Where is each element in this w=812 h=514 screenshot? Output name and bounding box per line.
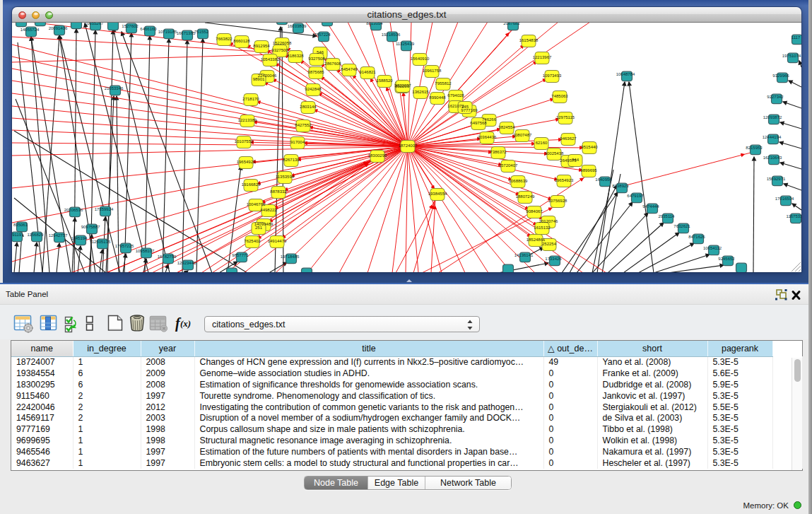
svg-text:10543382: 10543382 xyxy=(261,57,280,62)
svg-text:2087682: 2087682 xyxy=(503,23,520,25)
svg-text:10654112: 10654112 xyxy=(703,246,722,250)
svg-text:8186328: 8186328 xyxy=(287,54,304,58)
svg-text:12505135: 12505135 xyxy=(92,240,111,244)
svg-text:10973493: 10973493 xyxy=(543,74,562,78)
svg-text:1117: 1117 xyxy=(792,35,801,40)
svg-text:(x): (x) xyxy=(180,318,191,329)
svg-text:20206536: 20206536 xyxy=(64,208,83,212)
svg-text:9146821: 9146821 xyxy=(359,70,376,74)
svg-text:4498222: 4498222 xyxy=(260,208,277,212)
svg-text:8990448: 8990448 xyxy=(429,95,446,100)
svg-text:9515440: 9515440 xyxy=(581,145,598,149)
svg-text:9899695: 9899695 xyxy=(580,168,597,173)
svg-text:844: 844 xyxy=(572,158,579,162)
svg-text:90975887: 90975887 xyxy=(81,225,100,229)
svg-text:2935114: 2935114 xyxy=(659,214,676,218)
svg-text:10688639: 10688639 xyxy=(509,179,528,183)
svg-text:1145194: 1145194 xyxy=(71,236,88,240)
svg-text:8912954: 8912954 xyxy=(253,44,270,48)
svg-text:20120746: 20120746 xyxy=(539,219,558,223)
svg-text:10807487: 10807487 xyxy=(513,133,532,137)
svg-text:1588520: 1588520 xyxy=(376,78,393,83)
svg-text:10025438: 10025438 xyxy=(545,151,564,156)
svg-text:2803144: 2803144 xyxy=(300,105,317,109)
svg-text:9245652: 9245652 xyxy=(718,257,735,261)
svg-text:15692971: 15692971 xyxy=(767,177,786,181)
svg-text:10756928: 10756928 xyxy=(548,199,567,203)
svg-text:10655267: 10655267 xyxy=(85,23,104,25)
svg-text:7857224: 7857224 xyxy=(314,33,331,37)
svg-text:18300295: 18300295 xyxy=(368,153,387,158)
svg-text:245: 245 xyxy=(461,105,469,109)
svg-text:16782759: 16782759 xyxy=(158,255,177,259)
svg-text:12213389: 12213389 xyxy=(238,118,257,122)
svg-text:18807249: 18807249 xyxy=(516,194,535,199)
svg-text:10107552: 10107552 xyxy=(235,139,254,144)
svg-text:6479197: 6479197 xyxy=(627,194,644,198)
svg-text:8878332: 8878332 xyxy=(270,189,287,194)
svg-text:9242848: 9242848 xyxy=(305,87,322,91)
svg-text:835061: 835061 xyxy=(13,223,28,227)
svg-text:9329966: 9329966 xyxy=(772,74,789,78)
svg-text:9327500: 9327500 xyxy=(271,48,288,52)
svg-text:17957225: 17957225 xyxy=(115,244,134,248)
svg-text:12213967: 12213967 xyxy=(533,55,552,59)
svg-text:18724007: 18724007 xyxy=(399,144,418,148)
svg-text:6466160: 6466160 xyxy=(140,27,157,31)
svg-text:15226058: 15226058 xyxy=(273,41,292,45)
svg-text:7955812: 7955812 xyxy=(435,81,452,86)
svg-text:98901: 98901 xyxy=(253,77,265,81)
svg-text:8454749: 8454749 xyxy=(341,67,358,71)
svg-text:9327508: 9327508 xyxy=(308,57,325,61)
svg-text:14055724: 14055724 xyxy=(20,28,40,32)
svg-text:3875685: 3875685 xyxy=(307,70,324,74)
svg-text:252254: 252254 xyxy=(542,242,557,246)
svg-text:10046766: 10046766 xyxy=(247,202,266,206)
svg-text:8471626: 8471626 xyxy=(688,235,705,239)
svg-text:7386372: 7386372 xyxy=(490,150,507,154)
svg-text:8267130: 8267130 xyxy=(283,158,300,162)
svg-text:17016504: 17016504 xyxy=(775,197,794,201)
svg-text:1167533: 1167533 xyxy=(787,214,801,218)
svg-text:21053346: 21053346 xyxy=(105,86,124,90)
svg-text:19166829: 19166829 xyxy=(242,182,261,187)
svg-text:3822037: 3822037 xyxy=(394,83,411,88)
svg-text:15640910: 15640910 xyxy=(411,57,430,61)
svg-text:546: 546 xyxy=(317,50,324,54)
svg-text:917004: 917004 xyxy=(290,140,305,144)
svg-text:12444194: 12444194 xyxy=(763,135,782,139)
svg-text:62160: 62160 xyxy=(536,141,548,145)
svg-text:15720407: 15720407 xyxy=(499,163,518,168)
svg-text:12975115: 12975115 xyxy=(556,115,575,119)
svg-text:11325419: 11325419 xyxy=(396,42,415,46)
svg-text:19654923: 19654923 xyxy=(555,178,574,182)
svg-text:6794028: 6794028 xyxy=(447,93,464,98)
svg-text:1527602: 1527602 xyxy=(122,24,139,28)
svg-text:6497568: 6497568 xyxy=(470,121,487,125)
svg-text:9474444: 9474444 xyxy=(642,204,659,209)
svg-text:3824554: 3824554 xyxy=(498,125,515,129)
svg-text:8215953: 8215953 xyxy=(746,146,763,150)
svg-text:14914479: 14914479 xyxy=(268,239,287,243)
svg-text:9227342: 9227342 xyxy=(767,95,784,99)
svg-text:1362615: 1362615 xyxy=(412,90,429,94)
svg-text:8660128: 8660128 xyxy=(233,39,250,43)
svg-text:8813054: 8813054 xyxy=(366,23,383,25)
svg-text:10961758: 10961758 xyxy=(423,69,442,73)
svg-text:19384554: 19384554 xyxy=(428,192,447,196)
svg-text:251: 251 xyxy=(255,226,263,230)
svg-text:8427552: 8427552 xyxy=(295,123,312,127)
svg-text:1733426: 1733426 xyxy=(545,257,562,261)
svg-text:751552: 751552 xyxy=(194,30,209,34)
svg-text:10648784: 10648784 xyxy=(616,72,635,76)
svg-text:19751074: 19751074 xyxy=(782,54,801,58)
svg-text:1156829: 1156829 xyxy=(28,233,45,237)
svg-text:19654923: 19654923 xyxy=(237,160,256,164)
svg-text:9857771: 9857771 xyxy=(232,253,249,257)
svg-text:19218506: 19218506 xyxy=(382,33,401,37)
svg-text:17359924: 17359924 xyxy=(95,207,114,211)
svg-text:16671385: 16671385 xyxy=(177,31,196,35)
svg-text:1640954: 1640954 xyxy=(595,177,612,182)
svg-text:7485063: 7485063 xyxy=(551,94,568,98)
svg-text:9463627: 9463627 xyxy=(560,136,577,141)
